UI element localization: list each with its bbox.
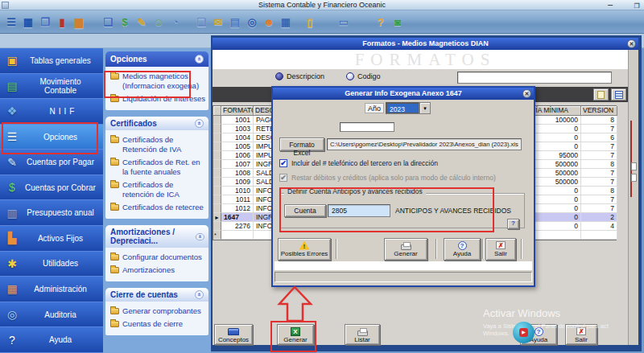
panel-card: Certificados de Retención de IVACertific… — [105, 130, 208, 219]
folder-icon — [110, 73, 119, 80]
address-book-icon[interactable]: ▯ — [302, 13, 318, 31]
collapse-chevron-icon[interactable]: « — [195, 55, 204, 64]
panel-item[interactable]: Amortizaciones — [109, 264, 207, 277]
task-panel: Opciones « Medios magneticos (Informacio… — [103, 48, 211, 353]
dialog-title: Generar Info Exogena Anexo 1647 — [345, 89, 462, 97]
folder-icon — [110, 96, 119, 102]
dialog-ayuda-button[interactable]: ? Ayuda — [444, 238, 481, 261]
cuenta-button[interactable]: Cuenta — [284, 204, 326, 217]
radio-codigo[interactable]: Codigo — [346, 72, 381, 80]
red-binder-icon[interactable]: ▮ — [54, 13, 70, 31]
calendar-icon[interactable]: ▦ — [278, 13, 294, 31]
cuenta-value-field[interactable]: 2805 — [328, 204, 390, 217]
minimize-button[interactable]: – — [604, 0, 617, 10]
panel-item[interactable]: Medios magneticos (Informacion exogena) — [109, 70, 207, 92]
panel-item-label: Generar comprobantes — [122, 306, 201, 316]
transfer-documents-icon[interactable]: ❏ — [100, 13, 116, 31]
panel-card: Generar comprobantesCuentas de cierre — [105, 302, 208, 335]
clock-document-icon[interactable]: ◔ — [167, 13, 184, 31]
panel-item[interactable]: Cuentas de cierre — [109, 318, 207, 330]
sidebar-item-cuentas-por-pagar[interactable]: ✎Cuentas por Pagar — [0, 150, 103, 175]
table-window-icon[interactable]: ▦ — [20, 13, 36, 31]
money-calculator-icon[interactable]: $ — [117, 13, 133, 31]
collapse-chevron-icon[interactable]: « — [195, 119, 204, 128]
sidebar-item-movimiento-contable[interactable]: ▤Movimiento Contable — [0, 74, 103, 100]
panel-item[interactable]: Certificados de retención de ICA — [109, 179, 207, 201]
radio-descripcion[interactable]: Descripcion — [275, 72, 324, 80]
report-icon[interactable]: ▤ — [227, 13, 243, 31]
help-small-button[interactable]: ? — [507, 219, 519, 229]
dropdown-arrow-icon[interactable]: ▼ — [419, 102, 431, 114]
printer-icon — [401, 244, 411, 250]
panel-section-header[interactable]: Certificados« — [105, 117, 208, 130]
user-icon[interactable]: ☻ — [261, 13, 277, 31]
sidebar-item-niif[interactable]: ❖NIIF — [0, 99, 103, 125]
bar-chart-icon[interactable]: ▆ — [71, 13, 87, 31]
button-separator — [482, 239, 483, 259]
panel-item[interactable]: Certificados de retecree — [109, 201, 207, 214]
sidebar-item-ayuda[interactable]: ?Ayuda — [0, 327, 103, 353]
send-mail-icon[interactable]: ✉ — [210, 13, 226, 31]
search-input[interactable] — [457, 72, 612, 84]
sidebar-item-opciones[interactable]: ☰Opciones — [0, 125, 103, 150]
niif-icon: ❖ — [0, 105, 24, 117]
window-right-strip[interactable] — [628, 50, 638, 345]
search-icon[interactable]: ◎ — [244, 13, 260, 31]
exit-door-icon[interactable]: ◙ — [390, 13, 406, 31]
collapse-chevron-icon[interactable]: « — [196, 233, 204, 240]
panel-item[interactable]: Certificados de Ret. en la fuente anuale… — [109, 156, 207, 179]
checkbox-restar-debitos[interactable]: ✔ Restar débitos y créditos (aplica solo… — [279, 174, 496, 182]
cascade-windows-icon[interactable]: ❐ — [37, 13, 53, 31]
sidebar-item-auditoria[interactable]: ◎Auditoria — [0, 302, 103, 328]
generar-button[interactable]: X Generar — [277, 324, 314, 345]
copy-icon[interactable]: ❏ — [193, 13, 209, 31]
dialog-salir-button[interactable]: ✗ Salir — [485, 238, 516, 261]
panel-item-label: Certificados de Retención de IVA — [122, 135, 207, 154]
folder-icon — [110, 182, 119, 188]
dialog-titlebar: Generar Info Exogena Anexo 1647 ✕ — [273, 88, 534, 100]
panel-section-header[interactable]: Cierre de cuentas« — [105, 288, 208, 302]
panel-header-opciones[interactable]: Opciones « — [105, 51, 208, 67]
tree-view-icon[interactable]: ☰ — [3, 13, 19, 31]
scroll-thumb[interactable] — [631, 162, 637, 170]
panel-section-header[interactable]: Amortizaciones / Depreciaci...« — [105, 225, 208, 248]
dialog-close-icon[interactable]: ✕ — [522, 89, 531, 98]
new-format-button[interactable] — [593, 88, 609, 101]
conceptos-button[interactable]: Conceptos — [214, 324, 253, 345]
sidebar-item-presupuesto-anual[interactable]: ▥Presupuesto anual — [0, 200, 103, 226]
help-icon[interactable]: ? — [373, 13, 389, 31]
cuenta-description: ANTICIPOS Y AVANCES RECIBIDOS — [395, 207, 511, 215]
salir-button[interactable]: ✗ Salir — [565, 324, 597, 345]
page-icon — [597, 91, 605, 99]
record-dot-icon: ▶ — [519, 328, 528, 337]
panel-item[interactable]: Certificados de Retención de IVA — [109, 133, 207, 156]
chair-icon: ▙ — [0, 232, 24, 244]
sidebar-item-activos-fijos[interactable]: ▙Activos Fijos — [0, 226, 103, 252]
folder-icon — [110, 137, 119, 143]
formato-excel-button[interactable]: Formato Excel — [279, 138, 324, 151]
scroll-thumb[interactable] — [631, 174, 637, 182]
panel-item[interactable]: Configurar documentos — [109, 251, 207, 264]
close-icon[interactable]: ✕ — [627, 39, 636, 48]
sidebar-item-cuentas-por-cobrar[interactable]: $Cuentas por Cobrar — [0, 175, 103, 201]
monitor-chart-icon[interactable]: ▭ — [336, 13, 352, 31]
empty-field[interactable] — [340, 122, 394, 132]
listar-button[interactable]: Listar — [345, 324, 380, 345]
checkbox-include-phone[interactable]: ✔ Incluir del # telefónico del tercero e… — [279, 159, 438, 167]
collapse-chevron-icon[interactable]: « — [195, 290, 204, 299]
export-format-button[interactable] — [611, 88, 626, 101]
panel-item[interactable]: Liquidación de Intereses — [109, 92, 207, 105]
generar-info-dialog: Generar Info Exogena Anexo 1647 ✕ Año 20… — [271, 86, 535, 287]
edit-document-icon[interactable]: ✎ — [134, 13, 150, 31]
year-dropdown[interactable]: 2023 — [386, 102, 419, 114]
money-icon: $ — [0, 181, 24, 194]
sidebar-item-tablas-generales[interactable]: ▣Tablas generales — [0, 48, 103, 74]
sidebar-item-utilidades[interactable]: ✱Utilidades — [0, 252, 103, 277]
dialog-generar-button[interactable]: Generar — [384, 238, 427, 261]
panel-item[interactable]: Generar comprobantes — [109, 305, 207, 318]
posibles-errores-button[interactable]: ! Posibles Errores — [278, 238, 331, 261]
formatos-watermark: FORMATOS — [213, 50, 638, 69]
user-audit-icon[interactable]: ☺ — [151, 13, 167, 31]
sidebar-item-administracion[interactable]: ▦Administración — [0, 277, 103, 302]
excel-path-field[interactable]: C:\Users\pgomez\Desktop\Prevalidador 202… — [327, 138, 522, 150]
